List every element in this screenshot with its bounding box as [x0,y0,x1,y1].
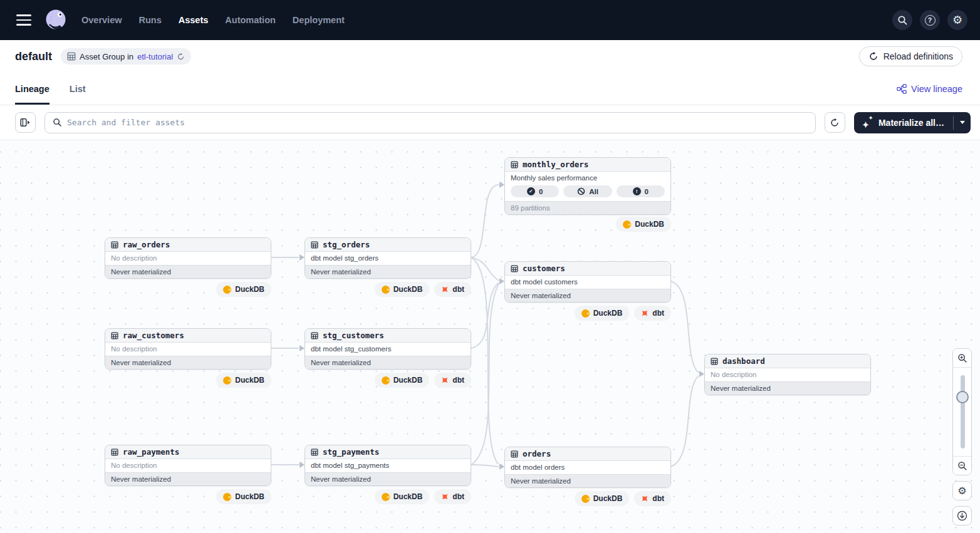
duckdb-badge[interactable]: DuckDB [575,491,630,506]
asset-node-stg-customers[interactable]: stg_customers dbt model stg_customers Ne… [305,328,471,370]
asset-node-orders[interactable]: orders dbt model orders Never materializ… [504,447,671,488]
nav-item-automation[interactable]: Automation [225,15,276,25]
settings-button[interactable]: ⚙ [947,10,967,30]
zoom-slider-handle[interactable] [956,391,969,403]
asset-status: Never materialized [105,472,271,485]
asset-description: dbt model orders [505,461,670,474]
asset-name: orders [523,449,551,458]
tab-list[interactable]: List [70,73,86,105]
asset-badges: DuckDB dbt [305,373,471,388]
table-icon [511,265,518,272]
asset-name: stg_orders [323,240,370,249]
nav-item-runs[interactable]: Runs [139,15,162,25]
asset-node-stg-orders[interactable]: stg_orders dbt model stg_orders Never ma… [305,237,471,279]
dbt-badge[interactable]: dbt [634,306,671,321]
slash-circle-icon [577,187,585,195]
asset-description: dbt model stg_customers [305,343,471,356]
asset-node-raw-customers[interactable]: raw_customers No description Never mater… [105,328,271,370]
dbt-badge[interactable]: dbt [434,489,471,504]
failed-count-pill[interactable]: ! 0 [617,185,665,197]
download-graph-button[interactable] [952,506,972,525]
help-button[interactable]: ? [920,10,940,30]
zoom-slider-track[interactable] [961,375,965,448]
dbt-icon [441,376,449,384]
check-circle-icon: ✓ [527,187,535,195]
refresh-icon[interactable] [177,53,185,61]
zoom-slider [953,368,971,456]
table-icon [111,448,118,456]
duckdb-badge[interactable]: DuckDB [375,373,430,388]
nav-item-deployment[interactable]: Deployment [293,15,345,25]
missing-partitions-pill[interactable]: All [563,185,612,197]
asset-badges: DuckDB dbt [305,282,471,297]
duckdb-badge[interactable]: DuckDB [216,373,271,388]
search-button[interactable] [892,10,912,30]
table-icon [111,332,118,339]
top-nav-bar: Overview Runs Assets Automation Deployme… [0,0,980,40]
caret-down-icon [960,121,965,124]
refresh-icon [830,118,840,128]
asset-name: raw_customers [123,331,184,340]
dbt-badge[interactable]: dbt [634,491,671,506]
badge-prefix: Asset Group in [80,52,133,61]
tab-lineage[interactable]: Lineage [15,73,50,105]
asset-node-raw-payments[interactable]: raw_payments No description Never materi… [105,445,271,486]
dbt-icon [441,286,449,293]
duckdb-icon [223,376,231,385]
search-input[interactable] [67,118,808,127]
duckdb-icon [223,493,231,501]
duckdb-icon [581,495,590,503]
table-icon [311,448,318,456]
materialize-options-button[interactable] [954,112,971,133]
asset-node-raw-orders[interactable]: raw_orders No description Never material… [105,237,271,279]
zoom-out-button[interactable] [953,456,971,475]
view-lineage-link[interactable]: View lineage [897,84,962,94]
duckdb-badge[interactable]: DuckDB [575,306,630,321]
search-icon [897,15,908,26]
duckdb-badge[interactable]: DuckDB [216,282,271,297]
page-header: default Asset Group in etl-tutorial Relo… [0,40,980,73]
nav-item-assets[interactable]: Assets [179,15,209,25]
duckdb-icon [223,286,231,294]
reload-definitions-button[interactable]: Reload definitions [859,46,962,66]
toggle-sidebar-button[interactable] [15,112,36,133]
alert-circle-icon: ! [633,187,641,195]
duckdb-badge[interactable]: DuckDB [616,217,671,232]
dagster-logo-icon[interactable] [44,8,68,32]
asset-status: Never materialized [105,265,271,278]
asset-badges: DuckDB [105,373,271,388]
hamburger-menu-icon[interactable] [16,14,31,26]
asset-status: Never materialized [705,381,870,395]
dbt-icon [641,309,649,317]
help-icon: ? [925,15,936,26]
asset-node-customers[interactable]: customers dbt model customers Never mate… [504,261,671,303]
asset-status: 89 partitions [505,201,670,214]
asset-description: No description [105,343,271,356]
graph-settings-button[interactable]: ⚙ [952,481,972,500]
materialized-count-pill[interactable]: ✓ 0 [511,185,559,197]
lineage-graph-icon [897,84,907,94]
download-circle-icon [957,510,967,521]
asset-status: Never materialized [305,356,471,369]
zoom-out-icon [957,461,967,471]
zoom-in-button[interactable] [953,349,971,368]
asset-node-stg-payments[interactable]: stg_payments dbt model stg_payments Neve… [305,445,471,486]
asset-node-monthly-orders[interactable]: monthly_orders Monthly sales performance… [504,157,671,215]
dbt-badge[interactable]: dbt [434,282,471,297]
asset-node-dashboard[interactable]: dashboard No description Never materiali… [704,354,871,395]
panel-expand-icon [20,117,31,128]
duckdb-badge[interactable]: DuckDB [375,282,430,297]
asset-name: customers [523,264,565,273]
duckdb-icon [382,376,390,385]
refresh-graph-button[interactable] [825,112,845,133]
dbt-badge[interactable]: dbt [434,373,471,388]
asset-name: stg_payments [323,447,379,457]
lineage-canvas[interactable]: raw_orders No description Never material… [0,140,980,533]
materialize-all-button[interactable]: ✦✦ Materialize all… [854,112,953,133]
nav-item-overview[interactable]: Overview [81,15,122,25]
code-location-link[interactable]: etl-tutorial [137,52,173,61]
duckdb-badge[interactable]: DuckDB [375,489,430,504]
asset-description: No description [705,368,870,381]
duckdb-badge[interactable]: DuckDB [216,489,271,504]
asset-group-badge: Asset Group in etl-tutorial [61,48,191,65]
